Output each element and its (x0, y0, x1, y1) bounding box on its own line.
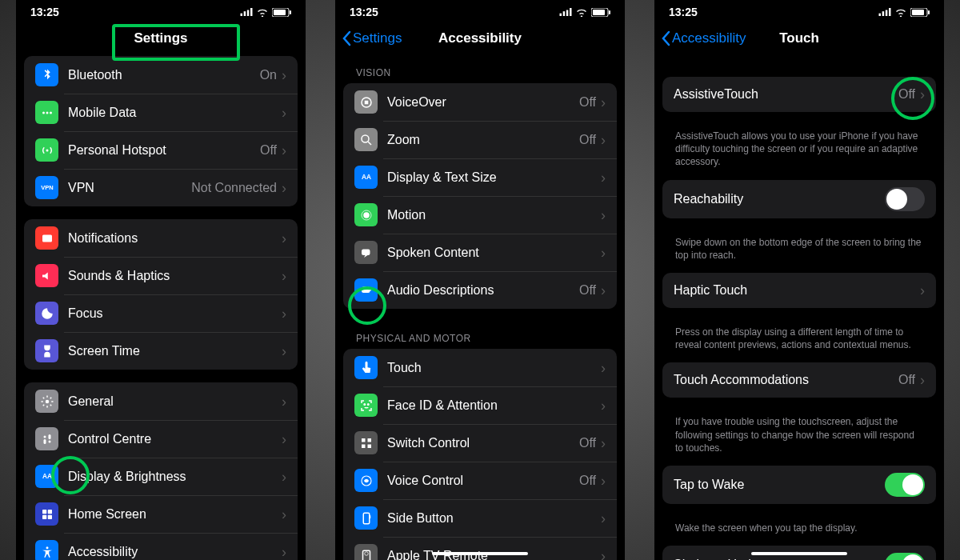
settings-row[interactable]: Screen Time› (24, 332, 298, 370)
svg-rect-33 (593, 10, 605, 15)
nav-bar: Accessibility Touch (654, 21, 944, 56)
svg-point-13 (45, 399, 49, 403)
toggle[interactable] (885, 187, 925, 211)
svg-rect-64 (912, 10, 924, 15)
status-icons (878, 8, 930, 17)
chevron-right-icon: › (282, 545, 286, 559)
status-time: 13:25 (350, 6, 378, 18)
settings-row[interactable]: Personal HotspotOff› (24, 131, 298, 169)
row-label: Voice Control (387, 474, 579, 488)
settings-group: General›Control Centre›AADisplay & Brigh… (24, 382, 298, 560)
chevron-right-icon: › (282, 231, 286, 246)
motion-icon (354, 203, 378, 226)
settings-row[interactable]: Touch AccommodationsOff› (662, 362, 936, 398)
settings-row[interactable]: Audio DescriptionsOff› (343, 271, 617, 309)
chevron-right-icon: › (282, 470, 286, 484)
accessibility-content[interactable]: VISIONVoiceOverOff›ZoomOff›AADisplay & T… (335, 56, 625, 560)
settings-row[interactable]: Tap to Wake (662, 466, 936, 504)
footer-text: Swipe down on the bottom edge of the scr… (662, 231, 936, 273)
settings-row[interactable]: Apple TV Remote› (343, 537, 617, 560)
settings-row[interactable]: Motion› (343, 196, 617, 234)
settings-row[interactable]: Accessibility› (24, 533, 298, 560)
settings-row[interactable]: ZoomOff› (343, 121, 617, 158)
row-label: AssistiveTouch (674, 87, 898, 102)
settings-row[interactable]: AADisplay & Brightness› (24, 458, 298, 495)
svg-text:VPN: VPN (41, 183, 53, 190)
svg-rect-46 (362, 444, 366, 448)
settings-row[interactable]: Touch› (343, 349, 617, 386)
svg-rect-50 (369, 515, 370, 518)
page-title: Settings (16, 30, 306, 46)
settings-row[interactable]: Switch ControlOff› (343, 424, 617, 462)
footer-text: Press on the display using a different l… (662, 321, 936, 362)
settings-row[interactable]: AADisplay & Text Size› (343, 158, 617, 196)
svg-point-14 (43, 435, 46, 438)
settings-row[interactable]: VoiceOverOff› (343, 83, 617, 121)
home-indicator[interactable] (751, 552, 847, 555)
settings-row[interactable]: Spoken Content› (343, 234, 617, 271)
row-label: Notifications (68, 231, 282, 246)
svg-rect-19 (42, 510, 46, 514)
touch-content[interactable]: AssistiveTouchOff›AssistiveTouch allows … (654, 56, 944, 560)
settings-group: Reachability (662, 180, 936, 218)
home-indicator[interactable] (432, 552, 528, 555)
chevron-right-icon: › (601, 398, 606, 413)
row-value: Off (898, 373, 915, 387)
settings-row[interactable]: Sounds & Haptics› (24, 257, 298, 294)
svg-rect-22 (47, 514, 51, 518)
settings-row[interactable]: Mobile Data› (24, 94, 298, 131)
back-label: Accessibility (672, 30, 746, 46)
row-value: Off (579, 283, 596, 298)
switch-icon (354, 431, 378, 454)
settings-row[interactable]: Face ID & Attention› (343, 386, 617, 424)
svg-rect-6 (274, 10, 286, 15)
row-value: On (260, 68, 277, 82)
settings-row[interactable]: Focus› (24, 294, 298, 332)
settings-content[interactable]: BluetoothOn›Mobile Data›Personal Hotspot… (16, 56, 306, 560)
chevron-right-icon: › (282, 432, 286, 446)
settings-row[interactable]: Side Button› (343, 499, 617, 537)
row-label: Control Centre (68, 432, 282, 446)
settings-group: AssistiveTouchOff› (662, 77, 936, 112)
settings-group: VoiceOverOff›ZoomOff›AADisplay & Text Si… (343, 83, 617, 309)
chevron-right-icon: › (920, 87, 925, 102)
back-button[interactable]: Accessibility (659, 30, 746, 46)
chevron-right-icon: › (282, 181, 286, 195)
settings-row[interactable]: Home Screen› (24, 495, 298, 533)
toggle[interactable] (885, 553, 925, 560)
control-icon (35, 427, 58, 450)
svg-rect-44 (362, 438, 366, 442)
settings-row[interactable]: Haptic Touch› (662, 273, 936, 308)
svg-point-17 (48, 440, 50, 442)
chevron-right-icon: › (282, 269, 286, 283)
svg-point-37 (363, 212, 370, 218)
settings-row[interactable]: Reachability (662, 180, 936, 218)
side-icon (354, 506, 378, 530)
toggle[interactable] (885, 473, 925, 497)
settings-row[interactable]: Voice ControlOff› (343, 462, 617, 499)
settings-row[interactable]: BluetoothOn› (24, 56, 298, 94)
back-button[interactable]: Settings (340, 30, 402, 46)
general-icon (35, 390, 58, 413)
svg-point-10 (46, 149, 48, 151)
settings-group: Tap to Wake (662, 466, 936, 504)
row-label: General (68, 394, 282, 409)
status-icons (240, 8, 291, 17)
settings-row[interactable]: Control Centre› (24, 420, 298, 458)
chevron-right-icon: › (282, 394, 286, 409)
phone-settings: 13:25 Settings BluetoothOn›Mobile Data›P… (16, 0, 306, 560)
settings-row[interactable]: General› (24, 382, 298, 420)
svg-rect-29 (566, 10, 569, 17)
row-label: Haptic Touch (674, 283, 920, 298)
row-value: Off (579, 474, 596, 488)
settings-row[interactable]: VPNVPNNot Connected› (24, 169, 298, 206)
appletv-icon (354, 544, 378, 560)
settings-row[interactable]: Notifications› (24, 219, 298, 257)
settings-row[interactable]: AssistiveTouchOff› (662, 77, 936, 112)
access-icon (35, 540, 58, 560)
row-label: Bluetooth (68, 68, 260, 82)
chevron-right-icon: › (920, 283, 925, 298)
row-label: Sounds & Haptics (68, 269, 282, 283)
status-time: 13:25 (30, 6, 59, 18)
hotspot-icon (35, 138, 58, 162)
